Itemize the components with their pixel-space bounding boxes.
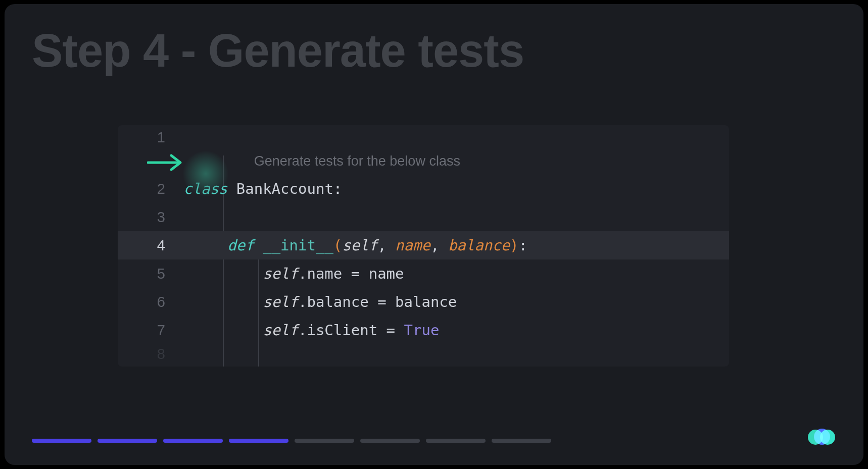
line-number: 5 bbox=[118, 266, 183, 282]
ai-ghost-prompt-row[interactable]: Generate tests for the below class bbox=[118, 146, 729, 175]
code-line-3[interactable]: 3 bbox=[118, 203, 729, 231]
code-line-5[interactable]: 5 self.name = name bbox=[118, 259, 729, 288]
progress-segment-4[interactable] bbox=[229, 439, 288, 443]
param-balance: balance bbox=[448, 237, 510, 254]
attr-isclient: isClient bbox=[307, 322, 377, 339]
line-number: 4 bbox=[118, 237, 183, 254]
progress-segment-1[interactable] bbox=[32, 439, 91, 443]
progress-segment-7[interactable] bbox=[426, 439, 486, 443]
boolean-true: True bbox=[404, 322, 440, 339]
progress-segment-3[interactable] bbox=[163, 439, 223, 443]
code-line-6[interactable]: 6 self.balance = balance bbox=[118, 288, 729, 316]
slide-container: Step 4 - Generate tests 1 Generate tests… bbox=[5, 4, 863, 465]
line-number: 2 bbox=[118, 181, 183, 197]
function-name: __init__ bbox=[263, 237, 333, 254]
progress-bar bbox=[32, 439, 551, 443]
progress-segment-8[interactable] bbox=[492, 439, 551, 443]
line-number: 3 bbox=[118, 209, 183, 226]
code-editor-panel: 1 Generate tests for the below class 2 c… bbox=[118, 125, 729, 367]
code-line-7[interactable]: 7 self.isClient = True bbox=[118, 316, 729, 344]
param-name: name bbox=[395, 237, 430, 254]
class-name: BankAccount bbox=[236, 180, 333, 197]
open-paren: ( bbox=[333, 237, 342, 254]
line-number: 1 bbox=[118, 129, 183, 146]
slide-title: Step 4 - Generate tests bbox=[32, 24, 524, 77]
line-number: 6 bbox=[118, 294, 183, 310]
progress-segment-6[interactable] bbox=[360, 439, 420, 443]
keyword-def: def bbox=[227, 237, 254, 254]
progress-segment-5[interactable] bbox=[295, 439, 354, 443]
ai-cursor-highlight-icon bbox=[182, 150, 229, 197]
param-self: self bbox=[342, 237, 377, 254]
progress-segment-2[interactable] bbox=[98, 439, 157, 443]
brand-logo-icon bbox=[808, 428, 836, 448]
ai-ghost-prompt-text: Generate tests for the below class bbox=[254, 153, 460, 169]
code-line-4[interactable]: 4 def __init__(self, name, balance): bbox=[118, 231, 729, 259]
line-number: 8 bbox=[118, 346, 183, 362]
attr-balance: balance bbox=[307, 293, 368, 310]
code-line-8[interactable]: 8 bbox=[118, 344, 729, 363]
colon: : bbox=[333, 180, 342, 197]
attr-name: name bbox=[307, 265, 342, 282]
close-paren: ) bbox=[510, 237, 518, 254]
arrow-right-icon bbox=[147, 153, 183, 172]
line-number: 7 bbox=[118, 322, 183, 339]
